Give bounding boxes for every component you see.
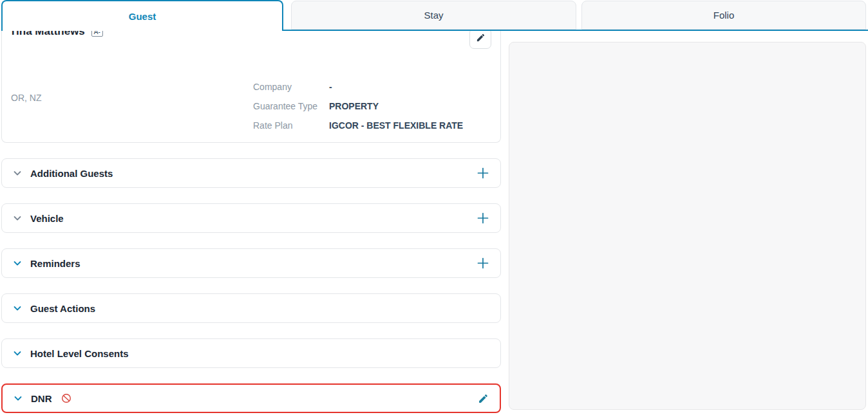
- tab-guest[interactable]: Guest: [1, 0, 283, 31]
- company-label: Company: [253, 82, 329, 92]
- detail-side-panel: [509, 42, 866, 410]
- field-row-guarantee-type: Guarantee Type PROPERTY: [253, 97, 463, 116]
- tab-folio-label: Folio: [713, 10, 735, 21]
- section-guest-actions[interactable]: Guest Actions: [1, 293, 501, 323]
- edit-pencil-icon: [476, 33, 486, 45]
- rate-plan-value: IGCOR - BEST FLEXIBLE RATE: [329, 120, 463, 131]
- section-title: Reminders: [30, 258, 80, 269]
- chevron-down-icon[interactable]: [12, 258, 23, 268]
- section-reminders[interactable]: Reminders: [1, 248, 501, 278]
- guarantee-type-value: PROPERTY: [329, 101, 379, 111]
- add-additional-guest-button[interactable]: [476, 166, 490, 180]
- guest-name-badge: A-: [91, 31, 103, 37]
- guest-fields: Company - Guarantee Type PROPERTY Rate P…: [253, 77, 463, 135]
- tab-folio[interactable]: Folio: [581, 1, 866, 30]
- tab-stay-label: Stay: [424, 10, 443, 21]
- company-value: -: [329, 82, 332, 92]
- tab-guest-label: Guest: [129, 11, 156, 22]
- section-title: Vehicle: [30, 213, 64, 224]
- chevron-down-icon[interactable]: [12, 213, 23, 223]
- chevron-down-icon[interactable]: [12, 348, 23, 358]
- add-vehicle-button[interactable]: [476, 211, 490, 225]
- edit-dnr-button[interactable]: [476, 392, 489, 405]
- section-title: DNR: [31, 393, 52, 404]
- guest-name: Tina Matthews: [10, 31, 85, 38]
- guest-profile-page: Guest Stay Folio Tina Matthews A- OR,: [0, 0, 868, 415]
- section-additional-guests[interactable]: Additional Guests: [1, 158, 501, 188]
- active-tab-underline: [283, 30, 868, 31]
- guest-location: OR, NZ: [11, 93, 41, 103]
- guest-details-column: Tina Matthews A- OR, NZ Company - Guaran…: [1, 31, 501, 413]
- guest-name-row: Tina Matthews A-: [10, 31, 103, 38]
- section-title: Additional Guests: [30, 168, 113, 179]
- guest-summary-card: Tina Matthews A- OR, NZ Company - Guaran…: [1, 31, 501, 143]
- guarantee-type-label: Guarantee Type: [253, 101, 329, 111]
- tab-bar: Guest Stay Folio: [0, 0, 868, 32]
- field-row-company: Company -: [253, 77, 463, 97]
- field-row-rate-plan: Rate Plan IGCOR - BEST FLEXIBLE RATE: [253, 116, 463, 135]
- chevron-down-icon[interactable]: [12, 303, 23, 313]
- section-vehicle[interactable]: Vehicle: [1, 203, 501, 233]
- dnr-prohibition-icon: [61, 393, 71, 403]
- section-title: Hotel Level Consents: [30, 348, 129, 359]
- edit-guest-button[interactable]: [469, 31, 491, 49]
- section-hotel-level-consents[interactable]: Hotel Level Consents: [1, 338, 501, 368]
- tab-stay[interactable]: Stay: [291, 1, 576, 30]
- chevron-down-icon[interactable]: [12, 168, 23, 178]
- chevron-down-icon[interactable]: [13, 393, 23, 403]
- add-reminder-button[interactable]: [476, 256, 490, 270]
- section-title: Guest Actions: [30, 303, 95, 314]
- section-dnr[interactable]: DNR: [1, 383, 501, 413]
- rate-plan-label: Rate Plan: [253, 120, 329, 131]
